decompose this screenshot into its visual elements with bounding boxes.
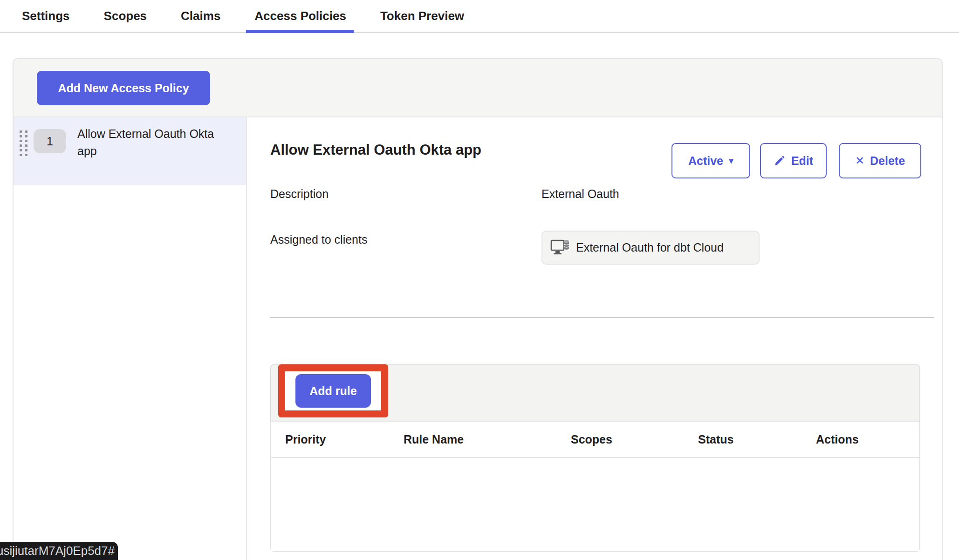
tab-claims-label: Claims: [181, 9, 220, 23]
rules-panel-header: Add rule: [271, 365, 919, 422]
rules-table-body: [271, 458, 919, 551]
column-rule-name: Rule Name: [404, 433, 571, 446]
assigned-client-chip[interactable]: External Oauth for dbt Cloud: [541, 231, 760, 265]
add-new-access-policy-button[interactable]: Add New Access Policy: [37, 71, 210, 105]
edit-button[interactable]: Edit: [760, 143, 827, 178]
tab-token-preview[interactable]: Token Preview: [380, 0, 464, 32]
tab-scopes[interactable]: Scopes: [104, 0, 147, 32]
tab-settings[interactable]: Settings: [22, 0, 70, 32]
policy-list: 1 Allow External Oauth Okta app: [14, 117, 247, 560]
tab-token-preview-label: Token Preview: [380, 9, 464, 23]
description-value: External Oauth: [541, 187, 619, 201]
column-status: Status: [698, 433, 816, 446]
status-dropdown-button[interactable]: Active ▾: [671, 143, 750, 178]
drag-handle-icon[interactable]: [20, 130, 27, 156]
section-divider: [270, 317, 934, 318]
assigned-client-name: External Oauth for dbt Cloud: [576, 241, 724, 254]
column-scopes: Scopes: [571, 433, 698, 446]
link-preview-tooltip: usijiutarM7Aj0Ep5d7#: [0, 542, 118, 560]
tab-bar: Settings Scopes Claims Access Policies T…: [0, 0, 959, 33]
access-policies-panel: Add New Access Policy 1 Allow External O…: [13, 58, 943, 560]
tab-access-policies[interactable]: Access Policies: [254, 0, 346, 32]
policy-detail: Allow External Oauth Okta app Active ▾ E…: [248, 117, 942, 560]
tab-scopes-label: Scopes: [104, 9, 147, 23]
link-preview-text: usijiutarM7Aj0Ep5d7#: [0, 544, 115, 558]
column-priority: Priority: [285, 433, 404, 446]
status-label: Active: [688, 154, 723, 168]
add-rule-button[interactable]: Add rule: [295, 374, 371, 408]
chevron-down-icon: ▾: [729, 155, 733, 166]
close-icon: ✕: [855, 154, 864, 167]
delete-label: Delete: [870, 154, 905, 168]
client-app-icon: [550, 239, 570, 257]
pencil-icon: [774, 155, 786, 167]
policy-title: Allow External Oauth Okta app: [270, 142, 481, 158]
tab-access-policies-label: Access Policies: [254, 9, 346, 23]
policy-name: Allow External Oauth Okta app: [77, 125, 217, 160]
policy-priority-badge: 1: [34, 129, 66, 153]
rules-panel: Add rule Priority Rule Name Scopes Statu…: [270, 364, 920, 552]
column-actions: Actions: [816, 433, 919, 446]
assigned-to-clients-label: Assigned to clients: [270, 233, 367, 246]
annotation-highlight-box: Add rule: [278, 364, 388, 417]
panel-header: Add New Access Policy: [14, 59, 942, 117]
delete-button[interactable]: ✕ Delete: [839, 143, 921, 178]
description-label: Description: [270, 187, 329, 201]
rules-table-header: Priority Rule Name Scopes Status Actions: [271, 422, 919, 458]
policy-list-item[interactable]: 1 Allow External Oauth Okta app: [14, 117, 246, 185]
tab-settings-label: Settings: [22, 9, 70, 23]
edit-label: Edit: [791, 154, 813, 168]
tab-claims[interactable]: Claims: [181, 0, 220, 32]
